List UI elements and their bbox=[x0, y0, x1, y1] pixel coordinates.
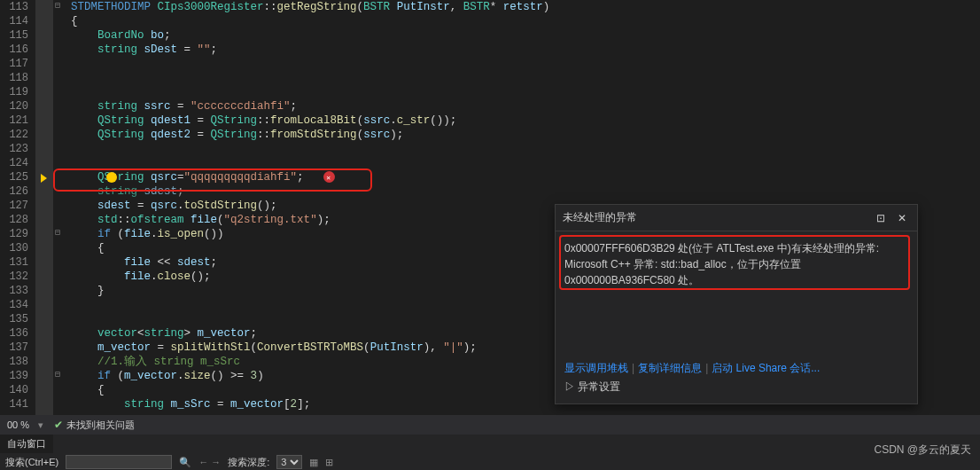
auto-window-panel: 自动窗口 搜索(Ctrl+E) 🔍 ← → 搜索深度: 3 ▦ ⊞ bbox=[0, 435, 980, 470]
fold-minus-icon[interactable]: ⊟ bbox=[55, 0, 60, 11]
search-label: 搜索(Ctrl+E) bbox=[5, 456, 58, 469]
pin-icon[interactable]: ⊡ bbox=[873, 212, 889, 224]
ok-check-icon: ✔ bbox=[54, 419, 63, 431]
dropdown-icon[interactable]: ▾ bbox=[38, 419, 43, 431]
show-callstack-link[interactable]: 显示调用堆栈 bbox=[564, 362, 628, 374]
search-input[interactable] bbox=[66, 455, 172, 469]
search-icon[interactable]: 🔍 bbox=[179, 457, 191, 468]
exception-settings-expand[interactable]: ▷ 异常设置 bbox=[564, 380, 908, 395]
live-share-link[interactable]: 启动 Live Share 会话... bbox=[712, 362, 820, 374]
fold-minus-icon[interactable]: ⊟ bbox=[55, 227, 60, 238]
toolbar-icon[interactable]: ▦ bbox=[309, 457, 318, 468]
close-icon[interactable]: ✕ bbox=[894, 212, 910, 224]
toolbar-icon[interactable]: ⊞ bbox=[325, 457, 333, 468]
fold-minus-icon[interactable]: ⊟ bbox=[55, 369, 60, 380]
popup-title: 未经处理的异常 bbox=[563, 210, 637, 225]
status-bar: 00 % ▾ ✔ 未找到相关问题 bbox=[0, 415, 980, 435]
exception-line: Microsoft C++ 异常: std::bad_alloc，位于内存位置 bbox=[564, 256, 908, 272]
copy-details-link[interactable]: 复制详细信息 bbox=[638, 362, 702, 374]
search-depth-label: 搜索深度: bbox=[228, 456, 269, 469]
lightbulb-icon[interactable] bbox=[106, 172, 117, 183]
exception-line: 0x00007FFF606D3B29 处(位于 ATLTest.exe 中)有未… bbox=[564, 240, 908, 256]
zoom-level[interactable]: 00 % bbox=[7, 419, 29, 430]
error-stop-icon bbox=[323, 171, 335, 183]
fold-gutter[interactable]: ⊟ ⊟ ⊟ bbox=[53, 0, 67, 417]
line-number-gutter: 113114115 116117118 119120121 122123124 … bbox=[0, 0, 35, 417]
exception-line: 0x000000BA936FC580 处。 bbox=[564, 272, 908, 288]
execution-pointer-icon bbox=[41, 174, 47, 183]
exception-popup: 未经处理的异常 ⊡ ✕ 0x00007FFF606D3B29 处(位于 ATLT… bbox=[555, 204, 918, 404]
search-depth-select[interactable]: 3 bbox=[276, 455, 302, 469]
auto-window-tab[interactable]: 自动窗口 bbox=[0, 435, 53, 453]
issues-text[interactable]: 未找到相关问题 bbox=[66, 419, 135, 432]
breakpoint-gutter[interactable] bbox=[35, 0, 53, 417]
